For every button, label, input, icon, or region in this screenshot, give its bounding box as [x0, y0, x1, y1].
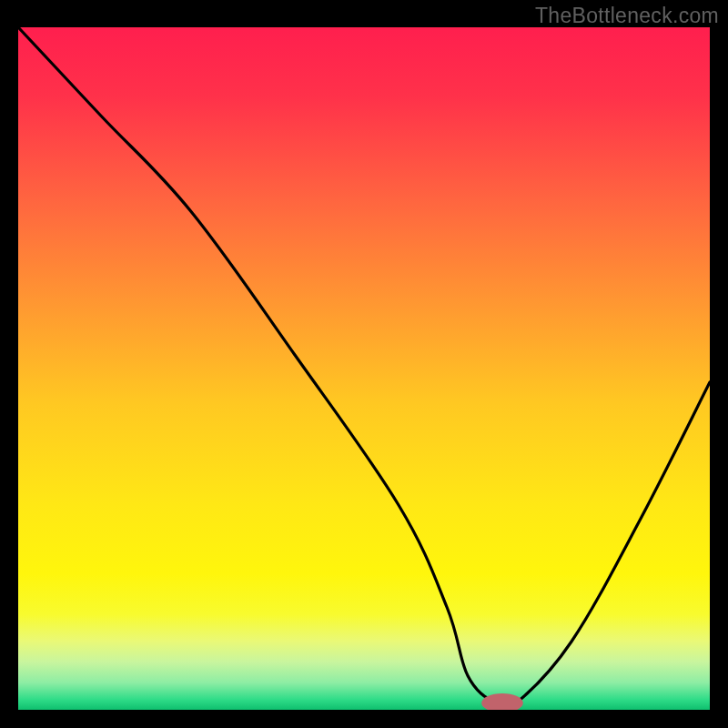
watermark-text: TheBottleneck.com [535, 4, 719, 28]
gradient-background [18, 27, 710, 710]
bottleneck-chart [18, 27, 710, 710]
chart-frame: TheBottleneck.com [0, 0, 728, 728]
plot-area [18, 27, 710, 710]
